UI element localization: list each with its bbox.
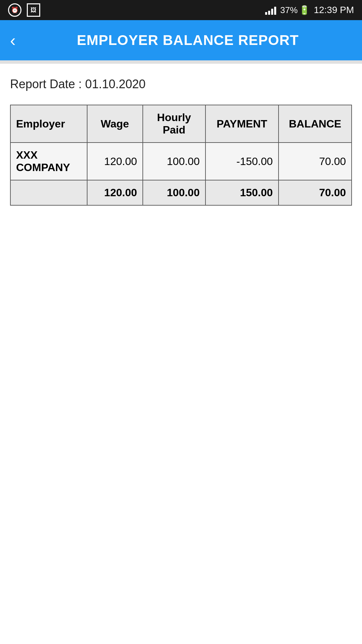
- status-bar: ⏰ 🖼 37% 🔋 12:39 PM: [0, 0, 362, 20]
- cell-balance: 70.00: [279, 143, 352, 180]
- cell-employer: XXX COMPANY: [10, 143, 87, 180]
- balance-table: Employer Wage Hourly Paid PAYMENT BALANC…: [10, 105, 352, 206]
- status-bar-left: ⏰ 🖼: [8, 3, 40, 17]
- footer-payment: 150.00: [205, 180, 279, 205]
- separator: [0, 60, 362, 64]
- header-balance: BALANCE: [279, 105, 352, 143]
- table-row: XXX COMPANY 120.00 100.00 -150.00 70.00: [10, 143, 352, 180]
- battery-icon: 🔋: [299, 5, 310, 15]
- cell-payment: -150.00: [205, 143, 279, 180]
- app-bar: ‹ EMPLOYER BALANCE REPORT: [0, 20, 362, 60]
- page-title: EMPLOYER BALANCE REPORT: [24, 32, 352, 48]
- footer-hourly-paid: 100.00: [143, 180, 205, 205]
- time-display: 12:39 PM: [314, 5, 354, 15]
- table-header-row: Employer Wage Hourly Paid PAYMENT BALANC…: [10, 105, 352, 143]
- header-wage: Wage: [87, 105, 143, 143]
- status-bar-right: 37% 🔋 12:39 PM: [265, 5, 354, 15]
- cell-wage: 120.00: [87, 143, 143, 180]
- header-employer: Employer: [10, 105, 87, 143]
- battery-percent: 37%: [280, 5, 298, 15]
- back-button[interactable]: ‹: [10, 32, 16, 49]
- header-hourly-paid: Hourly Paid: [143, 105, 205, 143]
- battery-indicator: 37% 🔋: [280, 5, 310, 15]
- footer-employer: [10, 180, 87, 205]
- cell-hourly-paid: 100.00: [143, 143, 205, 180]
- image-icon: 🖼: [27, 3, 40, 17]
- header-payment: PAYMENT: [205, 105, 279, 143]
- signal-icon: [265, 5, 276, 15]
- clock-icon: ⏰: [8, 3, 21, 17]
- footer-wage: 120.00: [87, 180, 143, 205]
- table-footer-row: 120.00 100.00 150.00 70.00: [10, 180, 352, 205]
- footer-balance: 70.00: [279, 180, 352, 205]
- report-date: Report Date : 01.10.2020: [10, 77, 352, 91]
- main-content: Report Date : 01.10.2020 Employer Wage H…: [0, 64, 362, 219]
